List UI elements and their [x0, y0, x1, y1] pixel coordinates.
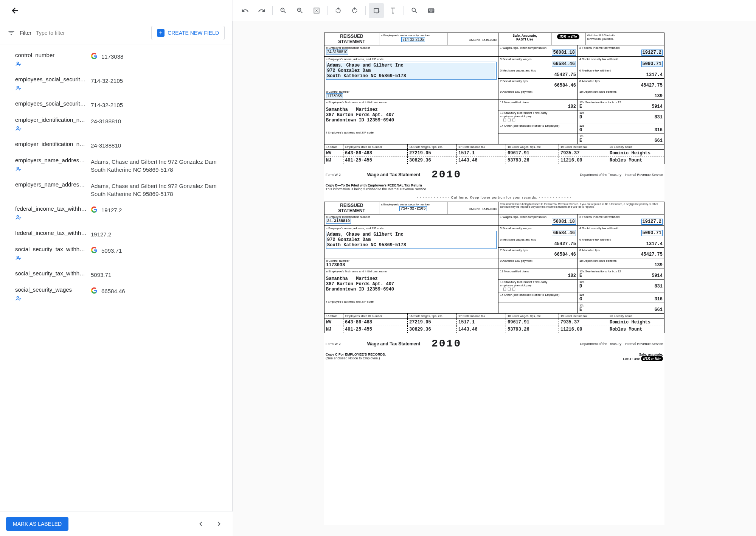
field-name: employees_social_security_n… — [15, 76, 87, 82]
back-button[interactable] — [8, 3, 23, 18]
fields-list: control_number 1173038 employees_social_… — [0, 45, 232, 536]
field-value: 5093.71 — [101, 247, 122, 255]
svg-point-6 — [17, 216, 19, 218]
field-value: 714-32-2105 — [91, 77, 123, 85]
field-value: 19127.2 — [91, 230, 111, 238]
field-name: social_security_tax_withhe… — [15, 270, 87, 277]
svg-point-3 — [17, 86, 19, 88]
plus-icon: + — [157, 29, 165, 37]
field-name: employers_name_address_and_zi… — [15, 157, 87, 163]
zoom-out-button[interactable] — [276, 3, 291, 18]
svg-point-8 — [17, 297, 19, 298]
next-button[interactable] — [211, 516, 227, 531]
keyboard-button[interactable] — [424, 3, 439, 18]
google-icon — [91, 206, 98, 214]
field-row[interactable]: social_security_wages 66584.46 — [0, 283, 232, 307]
field-row[interactable]: employers_name_address_and_zi… Adams, Ch… — [0, 177, 232, 202]
field-value: 66584.46 — [101, 287, 125, 295]
svg-point-4 — [17, 127, 19, 129]
person-check-icon — [15, 125, 22, 133]
field-name: employers_name_address_and_zi… — [15, 181, 87, 188]
field-row[interactable]: social_security_tax_withhe… 5093.71 — [0, 266, 232, 283]
field-value: 714-32-2105 — [91, 101, 123, 109]
google-icon — [91, 53, 98, 61]
field-value: Adams, Chase and Gilbert Inc 972 Gonzale… — [91, 182, 225, 198]
field-row[interactable]: employer_identification_n… 24-3188810 — [0, 137, 232, 153]
person-check-icon — [15, 255, 22, 263]
text-tool-button[interactable] — [385, 3, 401, 18]
filter-label: Filter — [20, 30, 31, 36]
svg-point-7 — [17, 256, 19, 258]
google-icon — [91, 287, 98, 295]
mark-as-labeled-button[interactable]: MARK AS LABELED — [6, 517, 68, 531]
field-row[interactable]: employees_social_security_n… 714-32-2105 — [0, 96, 232, 113]
field-name: social_security_wages — [15, 286, 87, 293]
svg-rect-1 — [374, 8, 379, 13]
field-value: Adams, Chase and Gilbert Inc 972 Gonzale… — [91, 158, 225, 174]
field-value: 5093.71 — [91, 271, 111, 279]
rotate-left-button[interactable] — [331, 3, 346, 18]
field-name: employer_identification_n… — [15, 117, 87, 123]
undo-button[interactable] — [238, 3, 253, 18]
field-name: employees_social_security_n… — [15, 100, 87, 107]
create-field-button[interactable]: + CREATE NEW FIELD — [151, 26, 225, 40]
prev-button[interactable] — [193, 516, 208, 531]
svg-point-5 — [17, 167, 19, 169]
field-name: employer_identification_n… — [15, 141, 87, 147]
filter-input[interactable] — [36, 30, 147, 36]
redo-button[interactable] — [254, 3, 269, 18]
google-icon — [91, 247, 98, 255]
field-row[interactable]: social_security_tax_withhe… 5093.71 — [0, 242, 232, 266]
field-row[interactable]: federal_income_tax_withh… 19127.2 — [0, 226, 232, 242]
field-value: 24-3188810 — [91, 141, 121, 149]
field-row[interactable]: employees_social_security_n… 714-32-2105 — [0, 72, 232, 96]
filter-icon — [8, 29, 15, 37]
field-name: federal_income_tax_withh… — [15, 230, 87, 236]
select-tool-button[interactable] — [369, 3, 384, 18]
field-name: control_number — [15, 52, 87, 58]
person-check-icon — [15, 85, 22, 93]
topbar — [0, 0, 756, 21]
field-row[interactable]: control_number 1173038 — [0, 48, 232, 72]
field-value: 19127.2 — [101, 206, 122, 214]
rotate-right-button[interactable] — [347, 3, 362, 18]
fields-panel: Filter + CREATE NEW FIELD control_number… — [0, 21, 233, 536]
field-row[interactable]: employers_name_address_and_zi… Adams, Ch… — [0, 153, 232, 177]
person-check-icon — [15, 295, 22, 303]
fit-button[interactable] — [309, 3, 324, 18]
field-name: social_security_tax_withhe… — [15, 246, 87, 252]
svg-point-2 — [17, 62, 19, 64]
person-check-icon — [15, 214, 22, 222]
person-check-icon — [15, 61, 22, 68]
field-name: federal_income_tax_withh… — [15, 205, 87, 212]
document-viewer[interactable]: REISSUED STATEMENT a Employee's social s… — [233, 21, 756, 536]
field-value: 1173038 — [101, 53, 123, 61]
field-row[interactable]: federal_income_tax_withh… 19127.2 — [0, 202, 232, 226]
field-value: 24-3188810 — [91, 117, 121, 125]
w2-document: REISSUED STATEMENT a Employee's social s… — [324, 33, 664, 525]
zoom-in-button[interactable] — [292, 3, 307, 18]
field-row[interactable]: employer_identification_n… 24-3188810 — [0, 113, 232, 137]
search-button[interactable] — [407, 3, 422, 18]
person-check-icon — [15, 166, 22, 174]
